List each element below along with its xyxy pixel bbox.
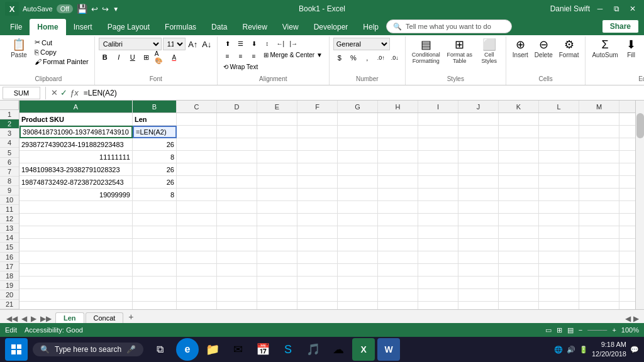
cell-a2[interactable]: 3908418731090-19374981743910 bbox=[19, 126, 133, 138]
auto-sum-button[interactable]: Σ AutoSum bbox=[589, 38, 620, 60]
cell-b1[interactable]: Len bbox=[133, 113, 177, 126]
cell-d11[interactable] bbox=[217, 239, 257, 251]
cell-j14[interactable] bbox=[458, 277, 499, 289]
tab-formulas[interactable]: Formulas bbox=[157, 19, 204, 35]
cell-n15[interactable] bbox=[619, 289, 635, 302]
cell-j8[interactable] bbox=[458, 201, 499, 214]
notification-icon[interactable]: 💬 bbox=[630, 346, 639, 354]
tab-insert[interactable]: Insert bbox=[66, 19, 100, 35]
cell-g1[interactable] bbox=[338, 113, 378, 126]
cell-f2[interactable] bbox=[297, 126, 338, 138]
cell-f13[interactable] bbox=[297, 264, 338, 277]
cell-n1[interactable] bbox=[619, 113, 635, 126]
cell-d2[interactable] bbox=[217, 126, 257, 138]
cell-b9[interactable] bbox=[133, 214, 177, 226]
restore-button[interactable]: ⧉ bbox=[610, 3, 623, 15]
cell-d6[interactable] bbox=[217, 176, 257, 189]
cell-b7[interactable]: 8 bbox=[133, 189, 177, 201]
cell-i13[interactable] bbox=[418, 264, 458, 277]
cell-a6[interactable]: 198748732492-87238720232543 bbox=[19, 176, 133, 189]
mail-app[interactable]: ✉ bbox=[226, 338, 249, 361]
cell-d14[interactable] bbox=[217, 277, 257, 289]
cell-l15[interactable] bbox=[539, 289, 579, 302]
cell-f14[interactable] bbox=[297, 277, 338, 289]
tab-file[interactable]: File bbox=[3, 19, 30, 35]
conditional-formatting-button[interactable]: ▤ ConditionalFormatting bbox=[409, 38, 443, 65]
cell-m5[interactable] bbox=[579, 163, 619, 176]
col-header-j[interactable]: J bbox=[458, 101, 499, 112]
cell-j12[interactable] bbox=[458, 251, 499, 264]
cell-g15[interactable] bbox=[338, 289, 378, 302]
cell-a10[interactable] bbox=[19, 226, 133, 239]
cell-m9[interactable] bbox=[579, 214, 619, 226]
onedrive-app[interactable]: ☁ bbox=[327, 338, 350, 361]
cell-h2[interactable] bbox=[378, 126, 418, 138]
cell-l8[interactable] bbox=[539, 201, 579, 214]
cell-h8[interactable] bbox=[378, 201, 418, 214]
cell-m13[interactable] bbox=[579, 264, 619, 277]
cell-m2[interactable] bbox=[579, 126, 619, 138]
bold-button[interactable]: B bbox=[99, 51, 111, 63]
sheet-nav-left[interactable]: ◀◀ bbox=[5, 314, 19, 323]
cell-c4[interactable] bbox=[177, 151, 217, 163]
tab-help[interactable]: Help bbox=[355, 19, 386, 35]
cell-b16[interactable] bbox=[133, 302, 177, 309]
cell-l12[interactable] bbox=[539, 251, 579, 264]
cell-d9[interactable] bbox=[217, 214, 257, 226]
horizontal-scroll-left[interactable]: ◀ bbox=[625, 314, 631, 323]
sheet-nav-prev[interactable]: ◀ bbox=[20, 314, 28, 323]
cell-m1[interactable] bbox=[579, 113, 619, 126]
cell-d15[interactable] bbox=[217, 289, 257, 302]
sheet-nav-right[interactable]: ▶▶ bbox=[39, 314, 53, 323]
word-taskbar-app[interactable]: W bbox=[377, 338, 400, 361]
cell-e11[interactable] bbox=[257, 239, 297, 251]
font-name-select[interactable]: Calibri bbox=[99, 38, 162, 50]
cell-l3[interactable] bbox=[539, 138, 579, 151]
cell-e14[interactable] bbox=[257, 277, 297, 289]
cell-l9[interactable] bbox=[539, 214, 579, 226]
cell-f4[interactable] bbox=[297, 151, 338, 163]
cell-n16[interactable] bbox=[619, 302, 635, 309]
cell-k7[interactable] bbox=[499, 189, 539, 201]
wrap-text-button[interactable]: ⟲ Wrap Text bbox=[221, 63, 260, 71]
zoom-plus[interactable]: + bbox=[612, 326, 616, 334]
start-button[interactable] bbox=[5, 338, 28, 361]
tab-page-layout[interactable]: Page Layout bbox=[100, 19, 157, 35]
fill-color-button[interactable]: A🎨 bbox=[154, 51, 167, 63]
col-header-n[interactable]: N bbox=[619, 101, 635, 112]
page-break-button[interactable]: ▤ bbox=[567, 326, 574, 334]
cell-k2[interactable] bbox=[499, 126, 539, 138]
cell-d5[interactable] bbox=[217, 163, 257, 176]
cell-l13[interactable] bbox=[539, 264, 579, 277]
skype-app[interactable]: S bbox=[277, 338, 299, 361]
cell-f16[interactable] bbox=[297, 302, 338, 309]
cell-g10[interactable] bbox=[338, 226, 378, 239]
cell-d8[interactable] bbox=[217, 201, 257, 214]
cell-l16[interactable] bbox=[539, 302, 579, 309]
cancel-formula-icon[interactable]: ✕ bbox=[51, 88, 58, 97]
cell-d13[interactable] bbox=[217, 264, 257, 277]
cell-b4[interactable]: 8 bbox=[133, 151, 177, 163]
tell-me-box[interactable]: 🔍 Tell me what you want to do bbox=[386, 19, 512, 33]
number-format-select[interactable]: General bbox=[333, 38, 390, 50]
cell-c3[interactable] bbox=[177, 138, 217, 151]
comma-button[interactable]: , bbox=[361, 52, 374, 64]
cell-j7[interactable] bbox=[458, 189, 499, 201]
cell-m14[interactable] bbox=[579, 277, 619, 289]
cell-i15[interactable] bbox=[418, 289, 458, 302]
align-middle-button[interactable]: ☰ bbox=[235, 38, 247, 49]
cell-g8[interactable] bbox=[338, 201, 378, 214]
name-box[interactable] bbox=[3, 87, 40, 99]
explorer-app[interactable]: 📁 bbox=[201, 338, 224, 361]
align-top-button[interactable]: ⬆ bbox=[221, 38, 234, 49]
cell-i6[interactable] bbox=[418, 176, 458, 189]
cell-i14[interactable] bbox=[418, 277, 458, 289]
cell-e9[interactable] bbox=[257, 214, 297, 226]
cell-m6[interactable] bbox=[579, 176, 619, 189]
cell-h16[interactable] bbox=[378, 302, 418, 309]
cell-c9[interactable] bbox=[177, 214, 217, 226]
cell-i11[interactable] bbox=[418, 239, 458, 251]
decrease-font-button[interactable]: A↓ bbox=[201, 38, 213, 50]
add-sheet-button[interactable]: + bbox=[125, 310, 137, 323]
close-button[interactable]: ✕ bbox=[626, 3, 639, 15]
